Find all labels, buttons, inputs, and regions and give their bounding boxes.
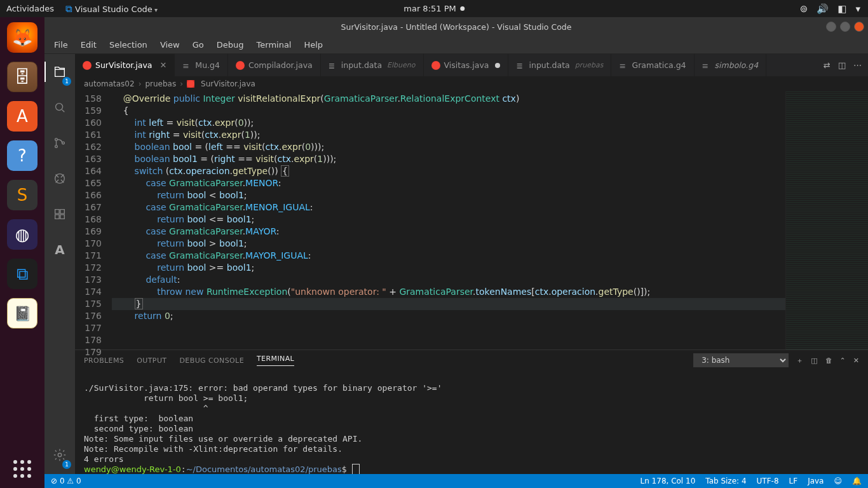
menu-edit[interactable]: Edit — [75, 38, 102, 51]
status-tabsize[interactable]: Tab Size: 4 — [705, 477, 746, 485]
panel-close-icon[interactable]: ✕ — [853, 356, 859, 365]
statusbar: ⊘ 0 ⚠ 0 Ln 178, Col 10 Tab Size: 4 UTF-8… — [44, 474, 868, 488]
titlebar: SurVisitor.java - Untitled (Workspace) -… — [44, 17, 868, 36]
explorer-badge: 1 — [62, 77, 71, 86]
status-cursor[interactable]: Ln 178, Col 10 — [641, 477, 696, 485]
breadcrumb-item[interactable]: automatas02 — [84, 79, 135, 88]
split-editor-icon[interactable]: ◫ — [838, 60, 846, 70]
clock[interactable]: mar 8:51 PM — [403, 4, 456, 13]
activity-bar: 1 A 1 — [44, 54, 75, 474]
file-icon: ≡ — [182, 61, 191, 70]
status-eol[interactable]: LF — [789, 477, 798, 485]
maximize-button[interactable] — [840, 22, 850, 32]
dock-sublime[interactable]: S — [7, 180, 37, 210]
tab-label: input.data — [529, 60, 569, 70]
dock-help[interactable]: ? — [7, 140, 37, 171]
search-icon[interactable] — [44, 95, 75, 120]
dock-vscode[interactable]: ⧉ — [7, 259, 37, 289]
svg-point-1 — [55, 139, 58, 141]
menu-file[interactable]: File — [48, 38, 74, 51]
file-icon — [236, 61, 245, 70]
dock-software[interactable]: A — [7, 101, 37, 132]
status-encoding[interactable]: UTF-8 — [757, 477, 779, 485]
close-button[interactable] — [854, 22, 864, 32]
status-errors[interactable]: ⊘ 0 ⚠ 0 — [51, 477, 81, 485]
breadcrumb-item[interactable]: SurVisitor.java — [201, 79, 255, 88]
panel-tab-output[interactable]: OUTPUT — [137, 356, 166, 365]
show-apps-button[interactable] — [13, 460, 31, 478]
status-bell-icon[interactable]: 🔔 — [852, 477, 862, 485]
terminal-selector[interactable]: 3: bash — [693, 353, 789, 367]
terminal[interactable]: ./SurVisitor.java:175: error: bad operan… — [75, 370, 868, 474]
dock-eclipse[interactable]: ◍ — [7, 219, 37, 250]
menu-terminal[interactable]: Terminal — [251, 38, 297, 51]
dock-notes[interactable]: 📓 — [7, 298, 37, 329]
dock-files[interactable]: 🗄 — [7, 62, 37, 92]
window-title: SurVisitor.java - Untitled (Workspace) -… — [341, 22, 572, 32]
more-icon[interactable]: ⋯ — [853, 60, 862, 70]
compare-icon[interactable]: ⇄ — [824, 60, 831, 70]
close-tab-icon[interactable]: ✕ — [159, 60, 166, 70]
menu-help[interactable]: Help — [298, 38, 329, 51]
menu-view[interactable]: View — [154, 38, 186, 51]
file-icon — [431, 61, 440, 70]
tab-mu-g4[interactable]: ≡Mu.g4 — [175, 54, 228, 76]
tabbar: SurVisitor.java✕≡Mu.g4Compilador.java≣in… — [75, 54, 868, 76]
panel-tab-debug-console[interactable]: DEBUG CONSOLE — [179, 356, 244, 365]
menu-selection[interactable]: Selection — [104, 38, 153, 51]
tab-label: Visitas.java — [444, 60, 489, 70]
settings-icon[interactable]: 1 — [44, 442, 75, 468]
tab-input-data[interactable]: ≣input.datapruebas — [508, 54, 611, 76]
kill-terminal-icon[interactable]: 🗑 — [825, 356, 832, 365]
code-editor[interactable]: 1581591601611621631641651661671681691701… — [75, 92, 868, 349]
status-language[interactable]: Java — [808, 477, 824, 485]
menu-debug[interactable]: Debug — [211, 38, 250, 51]
tab-survisitor-java[interactable]: SurVisitor.java✕ — [75, 54, 175, 76]
breadcrumb-item[interactable]: pruebas — [145, 79, 176, 88]
panel-tab-terminal[interactable]: TERMINAL — [257, 355, 294, 366]
activities-button[interactable]: Actividades — [6, 4, 54, 13]
antlr-icon[interactable]: A — [44, 237, 75, 262]
modified-dot — [495, 63, 500, 68]
settings-badge: 1 — [62, 460, 71, 469]
tab-sublabel: pruebas — [575, 61, 604, 69]
gnome-topbar: Actividades ⧉Visual Studio Code mar 8:51… — [0, 0, 868, 17]
minimize-button[interactable] — [826, 22, 836, 32]
vscode-window: SurVisitor.java - Untitled (Workspace) -… — [44, 17, 868, 488]
file-icon: ≡ — [619, 61, 628, 70]
tab-gramatica-g4[interactable]: ≡Gramatica.g4 — [611, 54, 694, 76]
tab-simbolo-g4[interactable]: ≡simbolo.g4 — [695, 54, 767, 76]
file-icon: ≣ — [329, 61, 337, 70]
dock: 🦊 🗄 A ? S ◍ ⧉ 📓 — [0, 17, 44, 488]
source-control-icon[interactable] — [44, 130, 75, 156]
dock-firefox[interactable]: 🦊 — [7, 22, 37, 53]
file-icon: ≣ — [516, 61, 525, 70]
explorer-icon[interactable]: 1 — [44, 59, 75, 85]
volume-icon[interactable]: 🔊 — [817, 3, 829, 15]
debug-icon[interactable] — [44, 166, 75, 191]
tab-sublabel: Elbueno — [387, 61, 415, 69]
menu-go[interactable]: Go — [187, 38, 210, 51]
app-menu[interactable]: ⧉Visual Studio Code — [65, 3, 158, 15]
battery-icon[interactable]: ◧ — [837, 3, 846, 15]
power-menu-icon[interactable]: ▾ — [855, 3, 860, 15]
file-icon: ≡ — [702, 61, 711, 70]
panel-maximize-icon[interactable]: ⌃ — [840, 356, 846, 365]
extensions-icon[interactable] — [44, 201, 75, 227]
status-feedback-icon[interactable]: ☺ — [834, 477, 842, 485]
split-terminal-icon[interactable]: ◫ — [811, 356, 817, 365]
wifi-icon[interactable]: ⊚ — [800, 3, 808, 15]
breadcrumb[interactable]: automatas02›pruebas›SurVisitor.java — [75, 76, 868, 92]
code-pane[interactable]: @Override public Integer visitRelational… — [112, 92, 785, 349]
tab-label: Mu.g4 — [195, 60, 220, 70]
tab-label: input.data — [341, 60, 382, 70]
notification-dot — [460, 6, 465, 11]
tab-visitas-java[interactable]: Visitas.java — [424, 54, 509, 76]
tab-label: Compilador.java — [248, 60, 313, 70]
tab-compilador-java[interactable]: Compilador.java — [228, 54, 321, 76]
editor-area: SurVisitor.java✕≡Mu.g4Compilador.java≣in… — [75, 54, 868, 474]
tab-label: Gramatica.g4 — [632, 60, 686, 70]
new-terminal-icon[interactable]: ＋ — [796, 356, 803, 365]
tab-input-data[interactable]: ≣input.dataElbueno — [321, 54, 424, 76]
minimap[interactable] — [785, 92, 868, 349]
